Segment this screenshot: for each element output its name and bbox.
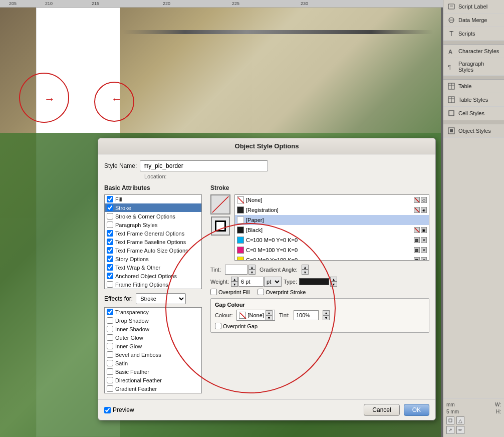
attr-tf-autosize[interactable]: Text Frame Auto Size Options (105, 246, 201, 255)
attr-stroke-corner-checkbox[interactable] (107, 213, 113, 220)
color-registration[interactable]: [Registration] ◈ (235, 205, 429, 215)
attr-stroke-corner[interactable]: Stroke & Corner Options (105, 212, 201, 221)
transform-button-1[interactable] (446, 416, 454, 424)
panel-cell-styles[interactable]: Cell Styles (443, 107, 504, 120)
gradient-up[interactable]: ▲ (302, 265, 309, 270)
reg-x1[interactable] (414, 207, 420, 213)
panel-character-styles[interactable]: A Character Styles (443, 45, 504, 58)
weight-unit-select[interactable]: pt mm (264, 277, 282, 287)
type-stepper[interactable]: ▲ ▼ (330, 277, 337, 287)
panel-data-merge[interactable]: Data Merge (443, 14, 504, 27)
yel-x2[interactable]: ✕ (421, 257, 427, 261)
gap-tint-stepper[interactable]: ▲ ▼ (323, 310, 330, 320)
mag-x1[interactable]: ▩ (414, 247, 420, 253)
attr-tf-baseline[interactable]: Text Frame Baseline Options (105, 238, 201, 246)
color-paper[interactable]: [Paper] (235, 215, 429, 225)
gap-colour-up[interactable]: ▲ (266, 310, 273, 315)
panel-scripts[interactable]: Scripts (443, 27, 504, 41)
weight-input[interactable] (238, 277, 264, 287)
panel-table-styles[interactable]: Table Styles (443, 93, 504, 107)
tint-down[interactable]: ▼ (248, 270, 256, 275)
effect-satin[interactable]: Satin (105, 359, 201, 367)
effect-bevel-emboss-checkbox[interactable] (107, 351, 113, 358)
overprint-gap-checkbox[interactable] (215, 323, 221, 329)
cyan-x1[interactable]: ▩ (414, 237, 420, 243)
attr-tf-autosize-checkbox[interactable] (107, 247, 113, 254)
type-selector[interactable]: ▲ ▼ (299, 277, 337, 287)
color-black[interactable]: [Black] ▣ (235, 225, 429, 235)
gradient-down[interactable]: ▼ (302, 270, 309, 275)
black-x1[interactable] (414, 227, 420, 233)
effect-bevel-emboss[interactable]: Bevel and Emboss (105, 350, 201, 359)
weight-up[interactable]: ▲ (231, 277, 238, 282)
overprint-gap-label[interactable]: Overprint Gap (215, 323, 425, 329)
panel-table[interactable]: Table (443, 80, 504, 93)
tint-input[interactable] (225, 265, 247, 275)
color-none[interactable]: [None] ◇ (235, 195, 429, 205)
attr-story[interactable]: Story Options (105, 255, 201, 263)
panel-script-label[interactable]: Script Label (443, 0, 504, 14)
attr-para-styles-checkbox[interactable] (107, 222, 113, 228)
attr-stroke-checkbox[interactable] (107, 204, 113, 211)
black-x2[interactable]: ▣ (421, 227, 427, 233)
gap-tint-up[interactable]: ▲ (323, 310, 330, 315)
effect-drop-shadow-checkbox[interactable] (107, 317, 113, 324)
effect-inner-shadow[interactable]: Inner Shadow (105, 325, 201, 333)
attr-frame-fitting-checkbox[interactable] (107, 281, 113, 288)
attr-tf-baseline-checkbox[interactable] (107, 239, 113, 245)
attr-fill-checkbox[interactable] (107, 196, 113, 202)
effect-directional-feather-checkbox[interactable] (107, 377, 113, 383)
effect-gradient-feather[interactable]: Gradient Feather (105, 384, 201, 393)
none-x2[interactable]: ◇ (421, 197, 427, 203)
stroke-color-list[interactable]: [None] ◇ [Regis (234, 194, 429, 261)
effect-transparency-checkbox[interactable] (107, 309, 113, 315)
preview-checkbox-label[interactable]: Preview (104, 406, 134, 413)
reg-x2[interactable]: ◈ (421, 207, 427, 213)
overprint-fill-checkbox[interactable] (210, 289, 217, 295)
weight-down[interactable]: ▼ (231, 282, 238, 287)
color-cyan[interactable]: C=100 M=0 Y=0 K=0 ▩ ✕ (235, 235, 429, 245)
mag-x2[interactable]: ✕ (421, 247, 427, 253)
attr-tf-general-checkbox[interactable] (107, 230, 113, 237)
effects-for-select[interactable]: Stroke Fill Object (136, 293, 186, 304)
attr-para-styles[interactable]: Paragraph Styles (105, 221, 201, 229)
effect-transparency[interactable]: Transparency (105, 308, 201, 316)
attr-textwrap-checkbox[interactable] (107, 264, 113, 271)
attr-frame-fitting[interactable]: Frame Fitting Options (105, 280, 201, 289)
ok-button[interactable]: OK (404, 404, 429, 416)
tint-up[interactable]: ▲ (248, 265, 256, 270)
attr-fill[interactable]: Fill (105, 195, 201, 203)
effect-directional-feather[interactable]: Directional Feather (105, 376, 201, 384)
overprint-stroke-checkbox[interactable] (258, 289, 264, 295)
attr-anchored[interactable]: Anchored Object Options (105, 272, 201, 280)
effect-inner-glow[interactable]: Inner Glow (105, 342, 201, 350)
tint-stepper[interactable]: ▲ ▼ (248, 265, 256, 275)
cyan-x2[interactable]: ✕ (421, 237, 427, 243)
transform-button-4[interactable]: ✏ (456, 426, 464, 434)
effect-gradient-feather-checkbox[interactable] (107, 385, 113, 392)
effect-basic-feather[interactable]: Basic Feather (105, 367, 201, 376)
effect-drop-shadow[interactable]: Drop Shadow (105, 316, 201, 325)
gradient-angle-stepper[interactable]: ▲ ▼ (302, 265, 309, 275)
transform-button-3[interactable]: ↗ (446, 426, 454, 434)
gap-tint-input[interactable] (294, 310, 319, 320)
attr-anchored-checkbox[interactable] (107, 273, 113, 279)
cancel-button[interactable]: Cancel (364, 404, 399, 416)
effect-outer-glow[interactable]: Outer Glow (105, 333, 201, 342)
color-magenta[interactable]: C=0 M=100 Y=0 K=0 ▩ ✕ (235, 245, 429, 255)
panel-paragraph-styles[interactable]: ¶ Paragraph Styles (443, 58, 504, 76)
gap-tint-down[interactable]: ▼ (323, 315, 330, 320)
weight-stepper[interactable]: ▲ ▼ (231, 277, 238, 287)
attr-stroke[interactable]: Stroke (105, 203, 201, 212)
overprint-stroke-label[interactable]: Overprint Stroke (258, 289, 306, 295)
type-up[interactable]: ▲ (330, 277, 337, 282)
transform-button-2[interactable]: △ (456, 416, 464, 424)
panel-object-styles[interactable]: Object Styles (443, 124, 504, 138)
effect-basic-feather-checkbox[interactable] (107, 368, 113, 375)
yel-x1[interactable]: ▩ (414, 257, 420, 261)
attr-textwrap[interactable]: Text Wrap & Other (105, 263, 201, 272)
none-x1[interactable] (414, 197, 420, 203)
gap-colour-button[interactable]: [None] ▲ ▼ (236, 310, 275, 321)
effect-satin-checkbox[interactable] (107, 360, 113, 366)
attr-tf-general[interactable]: Text Frame General Options (105, 229, 201, 238)
